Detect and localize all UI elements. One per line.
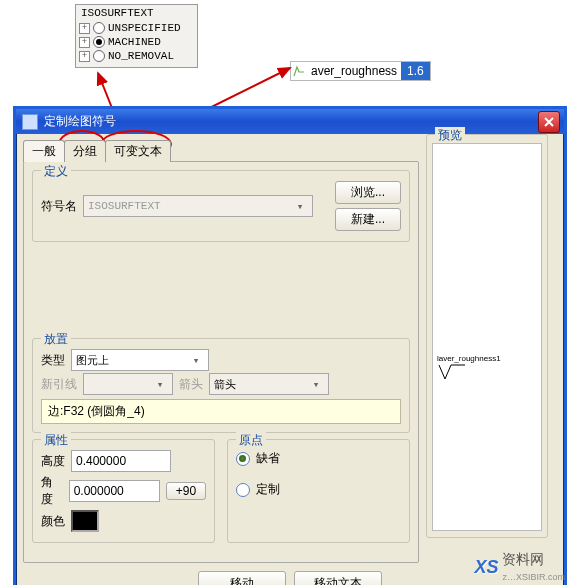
watermark-text: 资料网: [502, 551, 544, 567]
new-button[interactable]: 新建...: [335, 208, 401, 231]
height-label: 高度: [41, 453, 65, 470]
symbol-name-combo[interactable]: ISOSURFTEXT ▾: [83, 195, 313, 217]
origin-default-label: 缺省: [256, 450, 280, 467]
app-icon: [22, 114, 38, 130]
origin-legend: 原点: [236, 432, 266, 449]
roughness-label: aver_roughness: [307, 64, 401, 78]
general-panel: 定义 符号名 ISOSURFTEXT ▾ 浏览... 新建... 放置: [23, 161, 419, 563]
custom-symbol-dialog: 定制绘图符号 一般 分组 可变文本 定义 符号名 ISOSURFTEXT ▾: [13, 106, 567, 585]
tab-general[interactable]: 一般: [23, 140, 65, 162]
angle-input[interactable]: 0.000000: [69, 480, 160, 502]
definition-legend: 定义: [41, 163, 71, 180]
roughness-value[interactable]: 1.6: [401, 62, 430, 80]
expand-icon[interactable]: +: [79, 37, 90, 48]
preview-symbol: laver_roughness1: [437, 354, 501, 381]
location-group: 放置 类型 图元上 ▾ 新引线 ▾ 箭头 箭头 ▾: [32, 338, 410, 433]
attributes-legend: 属性: [41, 432, 71, 449]
chevron-down-icon: ▾: [152, 378, 168, 391]
tab-vartext[interactable]: 可变文本: [105, 140, 171, 162]
plus90-button[interactable]: +90: [166, 482, 206, 500]
tree-item-label: MACHINED: [108, 36, 161, 48]
origin-default-radio[interactable]: 缺省: [236, 450, 401, 467]
tab-group[interactable]: 分组: [64, 140, 106, 162]
expand-icon[interactable]: +: [79, 51, 90, 62]
close-button[interactable]: [538, 111, 560, 133]
titlebar[interactable]: 定制绘图符号: [16, 109, 564, 134]
angle-label: 角度: [41, 474, 63, 508]
type-combo[interactable]: 图元上 ▾: [71, 349, 209, 371]
definition-group: 定义 符号名 ISOSURFTEXT ▾ 浏览... 新建...: [32, 170, 410, 242]
radio-icon[interactable]: [93, 50, 105, 62]
location-legend: 放置: [41, 331, 71, 348]
chevron-down-icon: ▾: [292, 200, 308, 213]
symbol-icon: [291, 63, 307, 79]
leader-label: 新引线: [41, 376, 77, 393]
preview-canvas: laver_roughness1: [432, 143, 542, 531]
close-icon: [544, 117, 554, 127]
radio-icon: [236, 483, 250, 497]
tree-item-machined[interactable]: + MACHINED: [79, 35, 194, 49]
move-button[interactable]: 移动: [198, 571, 286, 585]
height-input[interactable]: 0.400000: [71, 450, 171, 472]
arrow-combo: 箭头 ▾: [209, 373, 329, 395]
browse-button[interactable]: 浏览...: [335, 181, 401, 204]
tree-title: ISOSURFTEXT: [79, 7, 194, 21]
type-value: 图元上: [76, 353, 109, 368]
tree-item-noremoval[interactable]: + NO_REMOVAL: [79, 49, 194, 63]
color-swatch[interactable]: [71, 510, 99, 532]
tree-item-label: NO_REMOVAL: [108, 50, 174, 62]
chevron-down-icon: ▾: [308, 378, 324, 391]
arrow-label: 箭头: [179, 376, 203, 393]
move-text-button[interactable]: 移动文本: [294, 571, 382, 585]
watermark-sub: z…XSIBIR.com: [502, 572, 565, 582]
roughness-field[interactable]: aver_roughness 1.6: [290, 61, 431, 81]
dialog-title: 定制绘图符号: [44, 113, 116, 130]
attributes-group: 属性 高度 0.400000 角度 0.000000 +90 颜色: [32, 439, 215, 543]
tab-strip: 一般 分组 可变文本: [23, 140, 557, 162]
type-label: 类型: [41, 352, 65, 369]
tree-item-unspecified[interactable]: + UNSPECIFIED: [79, 21, 194, 35]
radio-icon: [236, 452, 250, 466]
watermark: XS 资料网 z…XSIBIR.com: [474, 551, 565, 583]
watermark-logo: XS: [474, 557, 498, 578]
symbol-name-value: ISOSURFTEXT: [88, 200, 161, 212]
preview-group: 预览 laver_roughness1: [426, 134, 548, 538]
symbol-name-label: 符号名: [41, 198, 77, 215]
expand-icon[interactable]: +: [79, 23, 90, 34]
arrow-value: 箭头: [214, 377, 236, 392]
leader-combo: ▾: [83, 373, 173, 395]
origin-group: 原点 缺省 定制: [227, 439, 410, 543]
tree-item-label: UNSPECIFIED: [108, 22, 181, 34]
radio-icon[interactable]: [93, 36, 105, 48]
origin-custom-label: 定制: [256, 481, 280, 498]
color-label: 颜色: [41, 513, 65, 530]
chevron-down-icon: ▾: [188, 354, 204, 367]
origin-custom-radio[interactable]: 定制: [236, 481, 401, 498]
edge-info: 边:F32 (倒圆角_4): [41, 399, 401, 424]
radio-icon[interactable]: [93, 22, 105, 34]
isosurf-tree: ISOSURFTEXT + UNSPECIFIED + MACHINED + N…: [75, 4, 198, 68]
